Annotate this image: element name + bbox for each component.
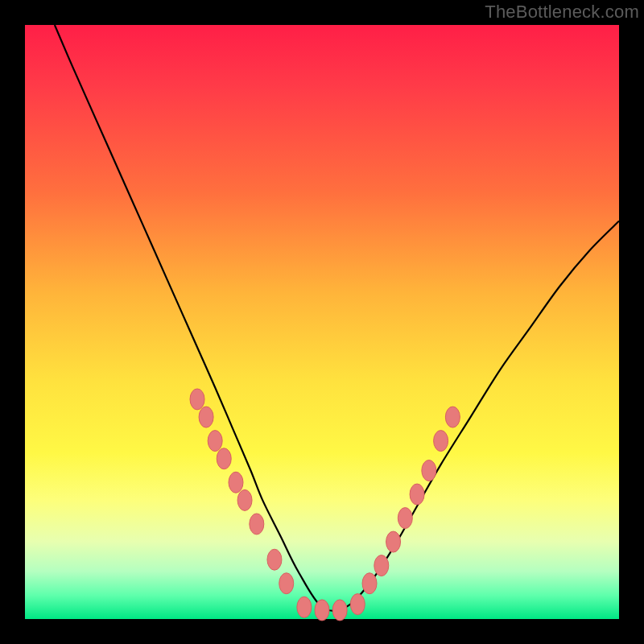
- data-marker: [229, 472, 243, 493]
- data-marker: [410, 484, 424, 505]
- data-marker: [250, 514, 264, 535]
- data-marker: [422, 460, 436, 481]
- data-marker: [332, 600, 347, 621]
- data-marker: [237, 489, 252, 510]
- data-marker: [398, 508, 412, 529]
- data-marker: [445, 407, 460, 427]
- data-marker: [217, 448, 231, 469]
- bottleneck-curve: [55, 25, 619, 611]
- chart-plot-area: [25, 25, 619, 619]
- data-marker: [199, 407, 213, 427]
- chart-frame: TheBottleneck.com: [0, 0, 644, 644]
- watermark-text: TheBottleneck.com: [485, 2, 639, 23]
- data-marker: [362, 573, 377, 594]
- data-marker: [279, 573, 294, 594]
- data-marker: [297, 597, 312, 617]
- data-marker: [208, 431, 222, 452]
- data-marker: [374, 555, 389, 576]
- data-marker: [267, 549, 282, 570]
- data-marker: [350, 594, 365, 615]
- data-marker: [434, 431, 448, 452]
- chart-svg: [25, 25, 619, 619]
- data-marker: [386, 531, 401, 552]
- data-marker: [315, 600, 329, 621]
- data-marker: [190, 389, 204, 410]
